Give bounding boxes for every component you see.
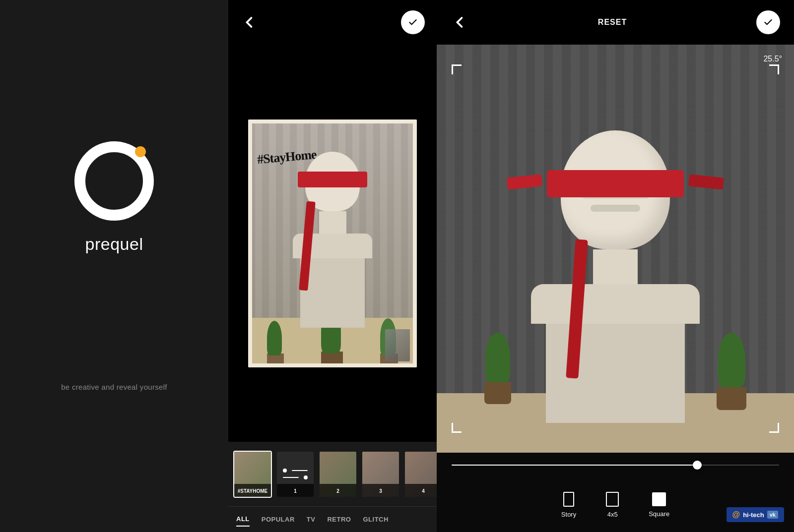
crop-back-button[interactable] <box>451 13 468 31</box>
filter-category-tabs: ALL POPULAR TV RETRO GLITCH <box>228 506 437 532</box>
inner-thumbnail <box>385 329 410 361</box>
plant-1 <box>267 321 284 367</box>
filter-thumb-2[interactable]: 1 <box>276 451 315 498</box>
photo-preview: #StayHome <box>228 45 437 442</box>
slider-thumb[interactable] <box>693 461 702 470</box>
crop-header: RESET <box>437 0 794 45</box>
crop-reset-label[interactable]: RESET <box>598 18 627 27</box>
crop-corner-tr <box>769 64 779 74</box>
slider-fill <box>452 465 697 466</box>
square-label: Square <box>649 510 669 518</box>
aspect-square-button[interactable]: Square <box>649 492 669 518</box>
crop-statue <box>511 130 720 423</box>
logo-dot <box>135 146 146 157</box>
filter-panel: #StayHome <box>228 0 437 532</box>
statue <box>288 152 377 328</box>
filter-thumb-5-num: 4 <box>405 484 437 497</box>
aspect-ratio-bar: Story 4x5 Square <box>437 477 794 532</box>
aspect-story-button[interactable]: Story <box>561 492 576 518</box>
crop-plant-3 <box>717 333 746 423</box>
aspect-4x5-button[interactable]: 4x5 <box>606 492 619 518</box>
filter-thumb-3-num: 2 <box>320 484 356 497</box>
filter-thumb-1-label: #STAYHOME <box>234 484 271 497</box>
filter-thumbnails-strip: #STAYHOME 1 2 <box>228 442 437 506</box>
tab-tv[interactable]: TV <box>307 513 316 526</box>
crop-panel: RESET <box>437 0 794 532</box>
rotation-slider-track[interactable] <box>452 465 779 466</box>
filter-thumb-1[interactable]: #STAYHOME <box>233 451 272 498</box>
filter-header <box>228 0 437 45</box>
watermark-social: vk <box>767 511 778 519</box>
crop-corner-br <box>769 423 779 433</box>
crop-photo-area: 25.5° <box>437 45 794 453</box>
crop-corner-tl <box>452 64 462 74</box>
watermark-at-symbol: @ <box>732 510 740 519</box>
rotation-slider-area <box>437 453 794 477</box>
filter-thumb-4-num: 3 <box>362 484 399 497</box>
four5-label: 4x5 <box>607 511 618 518</box>
confirm-button[interactable] <box>401 10 425 34</box>
square-icon <box>652 492 666 506</box>
four5-icon <box>606 492 619 507</box>
app-tagline: be creative and reveal yourself <box>61 383 167 391</box>
splash-panel: prequel be creative and reveal yourself <box>0 0 228 532</box>
tab-popular[interactable]: POPULAR <box>262 513 295 526</box>
crop-plant-1 <box>484 333 511 423</box>
tab-retro[interactable]: RETRO <box>327 513 351 526</box>
filter-thumb-5[interactable]: 4 <box>404 451 437 498</box>
degree-indicator: 25.5° <box>763 55 782 63</box>
filter-thumb-4[interactable]: 3 <box>361 451 400 498</box>
watermark-brand: hi-tech <box>743 511 764 519</box>
story-icon <box>563 492 574 507</box>
tab-glitch[interactable]: GLITCH <box>363 513 388 526</box>
app-name: prequel <box>85 235 143 254</box>
story-label: Story <box>561 511 576 518</box>
crop-confirm-button[interactable] <box>756 10 780 34</box>
filter-thumb-2-num: 1 <box>277 484 314 497</box>
crop-corner-bl <box>452 423 462 433</box>
back-button[interactable] <box>240 13 258 31</box>
tab-all[interactable]: ALL <box>236 512 250 527</box>
watermark-badge: @ hi-tech vk <box>727 507 784 522</box>
filter-thumb-3[interactable]: 2 <box>319 451 357 498</box>
app-logo <box>74 141 154 221</box>
photo-inner: #StayHome <box>248 119 417 367</box>
